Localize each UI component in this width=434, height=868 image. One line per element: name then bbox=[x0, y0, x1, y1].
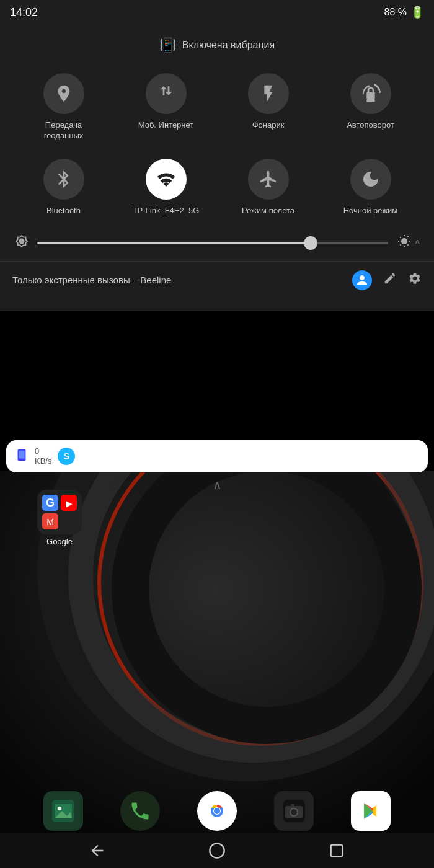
bluetooth-icon bbox=[54, 169, 74, 189]
svg-text:G: G bbox=[46, 497, 55, 509]
tile-mobile-circle bbox=[146, 73, 187, 114]
dock-gallery[interactable] bbox=[43, 791, 83, 831]
operator-text: Только экстренные вызовы – Beeline bbox=[12, 275, 343, 285]
svg-text:▶: ▶ bbox=[66, 498, 73, 508]
svg-rect-25 bbox=[291, 804, 294, 807]
tile-flashlight-label: Фонарик bbox=[252, 120, 285, 131]
vibration-bar: 📳 Включена вибрация bbox=[0, 31, 434, 64]
recents-button[interactable] bbox=[328, 842, 345, 859]
operator-row: Только экстренные вызовы – Beeline bbox=[0, 261, 434, 299]
notification-bar: 0KB/s S bbox=[6, 440, 428, 472]
homescreen-app-group: G ▶ M Google bbox=[37, 490, 82, 546]
dock-camera[interactable] bbox=[274, 791, 314, 831]
quick-settings-panel: 📳 Включена вибрация Передачагеоданных Мо… bbox=[0, 25, 434, 311]
wifi-icon bbox=[156, 169, 176, 189]
status-right: 88 % 🔋 bbox=[384, 6, 424, 19]
user-avatar[interactable] bbox=[352, 270, 372, 290]
google-cluster-icon: G ▶ M bbox=[42, 494, 78, 530]
tile-wifi-circle bbox=[146, 159, 187, 200]
tile-geo[interactable]: Передачагеоданных bbox=[12, 64, 115, 150]
status-bar: 14:02 88 % 🔋 bbox=[0, 0, 434, 25]
dock-phone[interactable] bbox=[120, 791, 160, 831]
tile-bluetooth[interactable]: Bluetooth bbox=[12, 150, 115, 225]
vibration-icon: 📳 bbox=[159, 37, 176, 53]
flashlight-icon bbox=[259, 84, 278, 104]
back-button[interactable] bbox=[89, 842, 106, 859]
svg-rect-1 bbox=[19, 450, 24, 458]
brightness-row: A bbox=[0, 225, 434, 261]
quick-tile-grid: Передачагеоданных Моб. Интернет Фонарик bbox=[0, 64, 434, 225]
tile-nightmode[interactable]: Ночной режим bbox=[319, 150, 422, 225]
tile-bluetooth-label: Bluetooth bbox=[46, 206, 81, 216]
tile-airplane-circle bbox=[248, 159, 289, 200]
autorotate-icon bbox=[361, 84, 381, 104]
shazam-icon: S bbox=[58, 448, 75, 465]
tile-mobile-label: Моб. Интернет bbox=[138, 120, 194, 131]
operator-icons bbox=[352, 270, 422, 290]
tile-nightmode-circle bbox=[350, 159, 391, 200]
tile-flashlight[interactable]: Фонарик bbox=[217, 64, 319, 150]
brightness-thumb bbox=[304, 236, 317, 250]
tile-geo-circle bbox=[43, 73, 84, 114]
tile-airplane[interactable]: Режим полета bbox=[217, 150, 319, 225]
svg-point-32 bbox=[210, 843, 224, 857]
homescreen: ∧ G ▶ M Google bbox=[0, 471, 434, 868]
svg-rect-33 bbox=[331, 845, 343, 857]
google-icon-circle: G ▶ M bbox=[37, 490, 82, 534]
battery-icon: 🔋 bbox=[410, 6, 424, 19]
tile-autorotate[interactable]: Автоповорот bbox=[319, 64, 422, 150]
nav-bar bbox=[0, 833, 434, 868]
dock-playstore[interactable] bbox=[351, 791, 391, 831]
tile-autorotate-label: Автоповорот bbox=[347, 120, 394, 131]
tile-autorotate-circle bbox=[350, 73, 391, 114]
tile-nightmode-label: Ночной режим bbox=[343, 206, 398, 216]
brightness-slider[interactable] bbox=[37, 242, 388, 244]
svg-point-15 bbox=[58, 807, 61, 810]
tile-wifi-label: TP-Link_F4E2_5G bbox=[133, 206, 200, 216]
airplane-icon bbox=[259, 169, 278, 189]
data-speed-label: 0KB/s bbox=[35, 446, 51, 466]
app-dock bbox=[0, 791, 434, 831]
svg-point-24 bbox=[291, 809, 297, 815]
google-label: Google bbox=[46, 537, 73, 546]
google-app[interactable]: G ▶ M Google bbox=[37, 490, 82, 546]
tile-wifi[interactable]: TP-Link_F4E2_5G bbox=[115, 150, 217, 225]
home-button[interactable] bbox=[208, 842, 226, 859]
tile-flashlight-circle bbox=[248, 73, 289, 114]
mobile-data-icon bbox=[156, 84, 176, 104]
dock-chrome[interactable] bbox=[197, 791, 237, 831]
phone-icon bbox=[15, 448, 29, 465]
brightness-high-icon: A bbox=[397, 234, 419, 252]
brightness-low-icon bbox=[15, 234, 29, 251]
tile-bluetooth-circle bbox=[43, 159, 84, 200]
tile-airplane-label: Режим полета bbox=[242, 206, 294, 216]
svg-point-20 bbox=[214, 808, 220, 814]
brightness-fill bbox=[37, 242, 311, 244]
edit-icon[interactable] bbox=[383, 272, 397, 289]
tile-geo-label: Передачагеоданных bbox=[44, 120, 84, 141]
settings-icon[interactable] bbox=[408, 272, 422, 289]
tile-mobile-internet[interactable]: Моб. Интернет bbox=[115, 64, 217, 150]
geo-icon bbox=[54, 84, 74, 104]
svg-text:M: M bbox=[46, 517, 54, 527]
night-icon bbox=[361, 169, 381, 189]
battery-percent: 88 % bbox=[384, 7, 407, 18]
vibration-text: Включена вибрация bbox=[182, 40, 275, 51]
swipe-hint: ∧ bbox=[213, 477, 222, 492]
status-time: 14:02 bbox=[10, 6, 38, 19]
